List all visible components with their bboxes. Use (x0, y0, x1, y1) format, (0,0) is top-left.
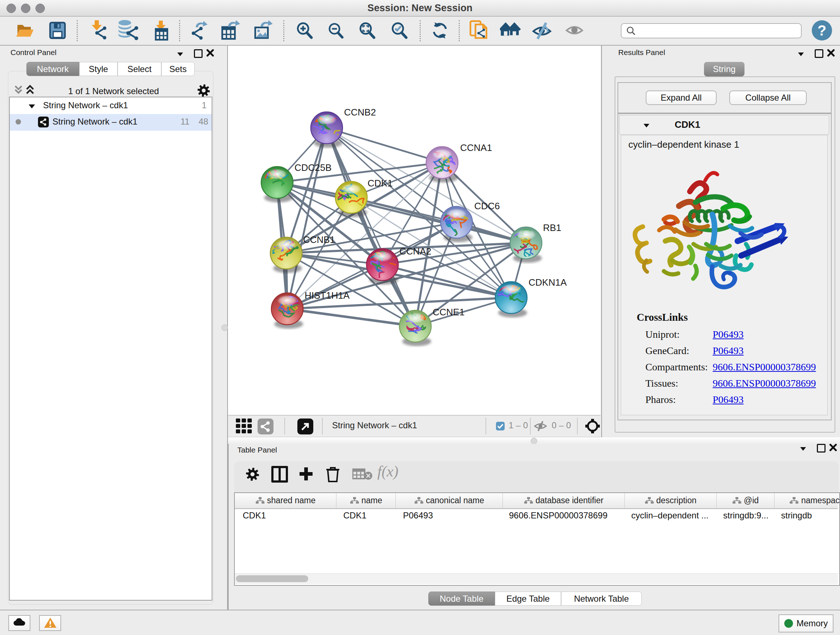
svg-text:CDC6: CDC6 (474, 201, 500, 211)
svg-text:RB1: RB1 (543, 222, 561, 233)
svg-text:CCNE1: CCNE1 (433, 307, 464, 318)
svg-text:CCNB2: CCNB2 (344, 107, 376, 118)
svg-text:CCNA1: CCNA1 (460, 142, 492, 153)
svg-text:?: ? (818, 22, 826, 38)
svg-text:CCNA2: CCNA2 (399, 246, 431, 257)
svg-text:HIST1H1A: HIST1H1A (305, 290, 350, 301)
svg-text:CCNB1: CCNB1 (303, 234, 335, 245)
svg-text:CDKN1A: CDKN1A (529, 277, 567, 288)
svg-text:CDC25B: CDC25B (294, 162, 332, 173)
svg-text:CDK1: CDK1 (368, 178, 393, 188)
